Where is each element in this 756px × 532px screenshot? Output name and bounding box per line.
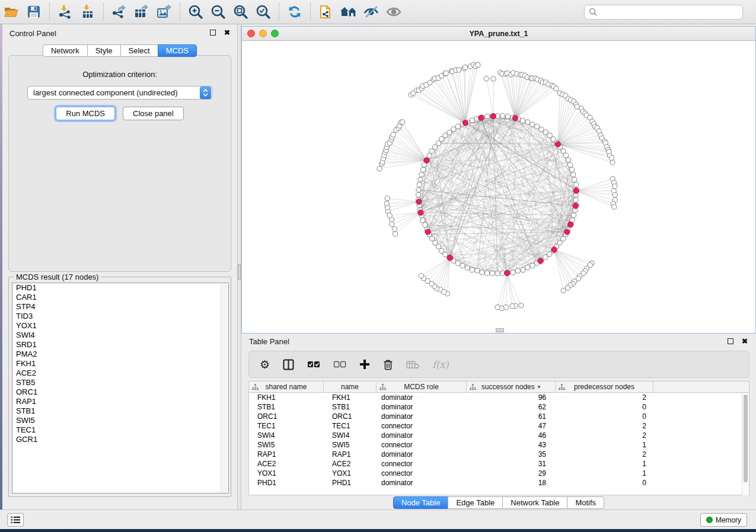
show-details-button[interactable] [382,2,405,22]
minimize-window-icon[interactable] [259,30,267,37]
delete-column-button[interactable] [383,359,393,370]
search-input[interactable] [598,7,742,18]
list-item[interactable]: STB1 [12,406,228,416]
table-cell: SWI5 [249,440,324,450]
zoom-fit-button[interactable] [229,2,252,22]
select-all-button[interactable] [307,360,320,368]
close-panel-button-mcds[interactable]: Close panel [123,107,184,120]
desktop-wallpaper-bottom [0,529,756,532]
export-image-button[interactable] [153,2,176,22]
tab-select[interactable]: Select [120,44,158,57]
list-item[interactable]: STP4 [12,302,228,312]
table-row[interactable]: TEC1TEC1connector472 [249,421,749,431]
close-window-icon[interactable] [247,30,255,37]
splitter-grip[interactable] [238,264,241,280]
criterion-dropdown[interactable]: largest connected component (undirected) [27,86,212,100]
import-table-button[interactable] [76,2,99,22]
zoom-selected-button[interactable] [252,2,275,22]
list-item[interactable]: GCR1 [12,435,228,444]
table-row[interactable]: RAP1RAP1dominator352 [249,450,749,459]
tab-network[interactable]: Network [43,44,88,57]
mcds-list-scrollbar[interactable] [221,284,228,493]
list-item[interactable]: STB5 [12,378,228,387]
maximize-window-icon[interactable] [271,30,279,37]
list-item[interactable]: SWI5 [12,416,228,425]
list-item[interactable]: ORC1 [12,387,228,397]
column-header-shared-name[interactable]: shared name [249,382,324,392]
show-columns-button[interactable] [283,359,294,370]
tab-edge-table[interactable]: Edge Table [448,496,503,509]
table-cell: dominator [377,450,467,459]
list-item[interactable]: PHD1 [12,283,228,293]
scrollbar-thumb[interactable] [744,395,748,482]
control-panel-tabbar: Network Style Select MCDS [2,44,237,57]
list-item[interactable]: SRD1 [12,340,228,350]
table-row[interactable]: SWI5SWI5connector431 [249,440,749,450]
toolbar-separator [180,3,180,21]
hide-details-button[interactable] [360,2,382,22]
export-network-button[interactable] [108,2,130,22]
table-row[interactable]: FKH1FKH1dominator962 [249,393,749,402]
table-row[interactable]: YOX1YOX1connector291 [249,469,749,478]
import-network-button[interactable] [54,2,76,22]
function-builder-button[interactable]: f(x) [432,359,448,370]
apply-layout-button[interactable] [283,2,306,22]
vertical-splitter[interactable] [237,24,241,509]
column-header-successor-nodes[interactable]: successor nodes▾ [467,382,556,392]
tab-node-table[interactable]: Node Table [393,496,449,509]
table-cell: dominator [377,402,467,412]
task-history-button[interactable] [7,513,24,527]
float-panel-button[interactable] [209,28,217,37]
search-field[interactable] [584,5,743,20]
home-networks-button[interactable] [337,2,360,22]
open-file-button[interactable] [0,2,23,22]
list-item[interactable]: FKH1 [12,359,228,368]
float-table-panel-button[interactable] [726,337,735,345]
network-title: YPA_prune.txt_1 [469,30,528,38]
table-settings-button[interactable]: ⚙ [260,359,270,370]
list-item[interactable]: SWI4 [12,331,228,340]
network-canvas[interactable] [242,41,755,333]
list-item[interactable]: RAP1 [12,397,228,406]
save-session-button[interactable] [23,2,45,22]
zoom-in-button[interactable] [184,2,207,22]
export-table-button[interactable] [130,2,153,22]
list-item[interactable]: YOX1 [12,321,228,331]
mcds-result-list[interactable]: PHD1CAR1STP4TID3YOX1SWI4SRD1PMA2FKH1ACE2… [12,283,229,493]
float-icon [728,338,733,344]
table-cell: 46 [467,431,556,440]
horizontal-splitter-grip[interactable] [496,328,504,332]
tab-style[interactable]: Style [87,44,121,57]
close-table-panel-button[interactable]: ✖ [741,337,749,345]
list-item[interactable]: TEC1 [12,425,228,435]
delete-table-button[interactable] [406,360,419,369]
create-column-button[interactable] [359,359,370,370]
column-header-predecessor-nodes[interactable]: predecessor nodes [556,382,653,392]
run-mcds-button[interactable]: Run MCDS [56,107,115,120]
column-header-MCDS-role[interactable]: MCDS role [377,382,467,392]
table-cell: YOX1 [324,469,377,478]
close-panel-button[interactable]: ✖ [223,28,231,37]
list-item[interactable]: PMA2 [12,350,228,359]
table-scrollbar[interactable] [742,393,749,495]
list-item[interactable]: ACE2 [12,368,228,378]
list-item[interactable]: TID3 [12,312,228,321]
tab-motifs[interactable]: Motifs [567,496,604,509]
network-graph[interactable] [242,41,755,333]
memory-label: Memory [716,516,741,524]
column-header-name[interactable]: name [324,382,377,392]
table-row[interactable]: ACE2ACE2connector311 [249,459,749,469]
tab-mcds[interactable]: MCDS [158,44,197,57]
table-row[interactable]: ORC1ORC1dominator610 [249,412,749,421]
network-window-titlebar[interactable]: YPA_prune.txt_1 [242,27,755,41]
memory-button[interactable]: Memory [700,513,747,527]
tab-network-table[interactable]: Network Table [502,496,567,509]
network-document-button[interactable] [315,2,337,22]
table-cell: 1 [556,459,653,469]
table-row[interactable]: PHD1PHD1dominator180 [249,478,749,488]
list-item[interactable]: CAR1 [12,293,228,302]
table-row[interactable]: STB1STB1dominator620 [249,402,749,412]
table-row[interactable]: SWI4SWI4dominator462 [249,431,749,440]
zoom-out-button[interactable] [207,2,229,22]
deselect-all-button[interactable] [333,360,346,368]
